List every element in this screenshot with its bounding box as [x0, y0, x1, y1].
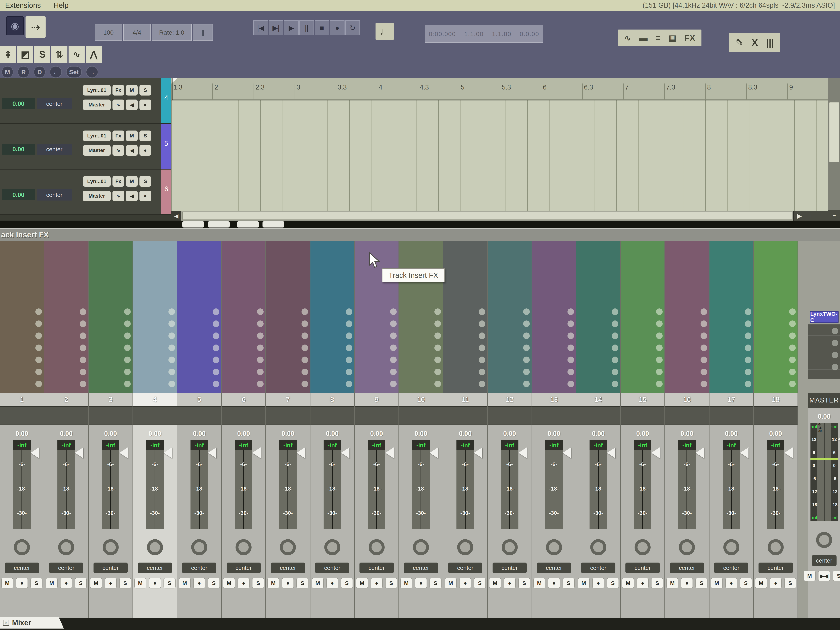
solo-button[interactable]: S	[474, 578, 486, 589]
solo-button[interactable]: S	[740, 578, 752, 589]
solo-button[interactable]: S	[518, 578, 530, 589]
mixer-strip-insert-area[interactable]	[488, 406, 531, 425]
mixer-strip-fx-panel[interactable]	[754, 242, 797, 393]
send-knob[interactable]	[124, 321, 131, 327]
track-fx-button[interactable]: Fx	[112, 85, 124, 96]
track-phase-button[interactable]: ◀	[126, 191, 137, 201]
mixer-volume-readout[interactable]: 0.00	[415, 430, 427, 437]
pan-readout[interactable]: center	[227, 562, 261, 573]
send-knob[interactable]	[612, 357, 618, 363]
send-knob[interactable]	[302, 321, 308, 327]
send-knob[interactable]	[80, 321, 86, 327]
mixer-fader-meter[interactable]: -inf-6--18--30-	[279, 440, 297, 529]
mixer-volume-readout[interactable]: 0.00	[769, 430, 782, 437]
send-knob[interactable]	[745, 321, 752, 327]
send-knob[interactable]	[124, 344, 131, 351]
autoscroll-button[interactable]: ⇢	[25, 16, 46, 38]
mixer-strip-14[interactable]: 140.00-inf-6--18--30-centerM●S	[576, 242, 621, 618]
send-knob[interactable]	[612, 369, 618, 375]
send-knob[interactable]	[567, 321, 574, 327]
track-pan-readout[interactable]: center	[37, 98, 72, 109]
send-knob[interactable]	[567, 381, 574, 387]
list-icon[interactable]: ≡	[656, 33, 661, 43]
pan-knob[interactable]	[502, 539, 518, 555]
master-meter[interactable]: -inf1260-6-12-18-inf -6--18--30- -inf126…	[810, 423, 838, 521]
track-mute-button[interactable]: M	[126, 85, 137, 96]
send-knob[interactable]	[302, 381, 308, 387]
fader-track[interactable]: -6--18--30-	[545, 450, 563, 529]
mixer-volume-readout[interactable]: 0.00	[104, 430, 117, 437]
mixer-strip-insert-area[interactable]	[754, 406, 797, 425]
mute-button[interactable]: M	[622, 578, 634, 589]
mixer-volume-readout[interactable]: 0.00	[370, 430, 383, 437]
mixer-strip-fx-panel[interactable]	[709, 242, 753, 393]
go-to-start-button[interactable]: |◀	[253, 21, 268, 35]
send-knob[interactable]	[701, 381, 707, 387]
send-knob[interactable]	[257, 344, 264, 351]
mixer-fader-meter[interactable]: -inf-6--18--30-	[456, 440, 474, 529]
recarm-button[interactable]: ●	[459, 578, 471, 589]
fader-handle[interactable]	[252, 447, 261, 458]
send-knob[interactable]	[302, 369, 308, 375]
fader-handle[interactable]	[563, 447, 571, 458]
mute-button[interactable]: M	[223, 578, 235, 589]
mixer-volume-readout[interactable]: 0.00	[459, 430, 472, 437]
envelope-range-icon[interactable]: ⇞	[0, 46, 16, 63]
crossfade-icon[interactable]: ◩	[17, 46, 33, 63]
pan-readout[interactable]: center	[493, 562, 527, 573]
pan-readout[interactable]: center	[5, 562, 39, 573]
send-knob[interactable]	[390, 369, 397, 375]
send-knob[interactable]	[169, 321, 175, 327]
pan-readout[interactable]: center	[670, 562, 704, 573]
fader-handle[interactable]	[785, 447, 793, 458]
mixer-strip-fx-panel[interactable]	[0, 242, 44, 393]
stop-button[interactable]: ■	[315, 21, 329, 35]
pan-knob[interactable]	[147, 539, 163, 555]
send-knob[interactable]	[434, 321, 441, 327]
send-knob[interactable]	[567, 369, 574, 375]
mixer-docker-tab[interactable]: ✕ Mixer	[0, 617, 64, 628]
recarm-button[interactable]: ●	[681, 578, 693, 589]
mixer-strip-insert-area[interactable]	[177, 406, 221, 425]
pan-knob[interactable]	[14, 539, 30, 555]
mixer-strip-insert-area[interactable]	[576, 406, 620, 425]
send-knob[interactable]	[789, 369, 796, 375]
recarm-button[interactable]: ●	[237, 578, 249, 589]
send-knob[interactable]	[213, 333, 219, 339]
move-icon[interactable]: ⇅	[51, 46, 68, 63]
mixer-strip-3[interactable]: 30.00-inf-6--18--30-centerM●S	[88, 242, 133, 618]
send-knob[interactable]	[523, 308, 530, 315]
mixer-strip-fx-panel[interactable]	[665, 242, 709, 393]
pan-readout[interactable]: center	[448, 562, 482, 573]
mixer-strip-insert-area[interactable]	[266, 406, 310, 425]
master-fader-handle[interactable]	[838, 434, 840, 445]
send-knob[interactable]	[124, 308, 131, 315]
track-fx-button[interactable]: Fx	[112, 176, 124, 187]
send-knob[interactable]	[80, 381, 86, 387]
send-knob[interactable]	[302, 333, 308, 339]
automation-d-button[interactable]: D	[33, 66, 46, 78]
piano-keys-icon[interactable]: |||	[766, 37, 774, 48]
fader-track[interactable]: -6--18--30-	[324, 450, 341, 529]
edit-cursor[interactable]	[172, 78, 178, 89]
send-knob[interactable]	[390, 357, 397, 363]
fader-handle[interactable]	[208, 447, 216, 458]
send-knob[interactable]	[745, 333, 752, 339]
fader-track[interactable]: -6--18--30-	[589, 450, 607, 529]
mixer-strip-insert-area[interactable]	[621, 406, 665, 425]
mixer-strip-4[interactable]: 40.00-inf-6--18--30-centerM●S	[133, 242, 177, 618]
send-knob[interactable]	[789, 381, 796, 387]
track-panel-5[interactable]: 0.00centerLyn:..01FxMSMaster∿◀●5	[0, 124, 171, 169]
send-knob[interactable]	[479, 321, 485, 327]
send-knob[interactable]	[701, 357, 707, 363]
recarm-button[interactable]: ●	[770, 578, 782, 589]
send-knob[interactable]	[35, 344, 42, 351]
send-knob[interactable]	[35, 369, 42, 375]
automation-r-button[interactable]: R	[17, 66, 30, 78]
send-knob[interactable]	[789, 357, 796, 363]
mixer-strip-15[interactable]: 150.00-inf-6--18--30-centerM●S	[621, 242, 665, 618]
mixer-volume-readout[interactable]: 0.00	[60, 430, 73, 437]
horizontal-scrollbar[interactable]: ◀ ▶ + −	[171, 211, 828, 221]
mixer-volume-readout[interactable]: 0.00	[548, 430, 561, 437]
pan-knob[interactable]	[457, 539, 473, 555]
